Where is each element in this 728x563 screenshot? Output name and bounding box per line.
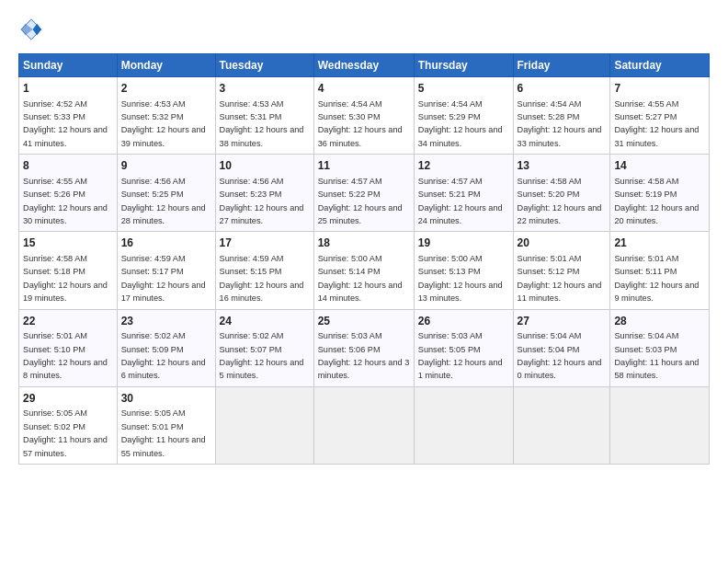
day-info: Sunrise: 5:01 AMSunset: 5:12 PMDaylight:… (518, 254, 602, 303)
calendar-cell: 8Sunrise: 4:55 AMSunset: 5:26 PMDaylight… (19, 155, 118, 232)
day-number: 3 (220, 81, 310, 97)
day-info: Sunrise: 5:05 AMSunset: 5:02 PMDaylight:… (23, 408, 108, 457)
calendar-cell: 11Sunrise: 4:57 AMSunset: 5:22 PMDayligh… (313, 155, 414, 232)
day-info: Sunrise: 4:55 AMSunset: 5:26 PMDaylight:… (23, 177, 108, 225)
day-info: Sunrise: 4:52 AMSunset: 5:33 PMDaylight:… (23, 99, 108, 148)
day-info: Sunrise: 5:05 AMSunset: 5:01 PMDaylight:… (121, 408, 206, 457)
calendar-cell (610, 386, 710, 464)
calendar-table: SundayMondayTuesdayWednesdayThursdayFrid… (18, 53, 710, 465)
calendar-week-row: 8Sunrise: 4:55 AMSunset: 5:26 PMDaylight… (19, 155, 710, 232)
day-number: 23 (121, 314, 211, 329)
day-info: Sunrise: 4:58 AMSunset: 5:19 PMDaylight:… (614, 177, 699, 225)
day-info: Sunrise: 5:00 AMSunset: 5:14 PMDaylight:… (318, 254, 403, 303)
calendar-cell: 13Sunrise: 4:58 AMSunset: 5:20 PMDayligh… (513, 155, 610, 232)
day-info: Sunrise: 4:57 AMSunset: 5:22 PMDaylight:… (318, 177, 403, 225)
calendar-header-wednesday: Wednesday (313, 54, 414, 77)
day-number: 10 (220, 158, 310, 174)
day-number: 12 (418, 158, 509, 174)
day-info: Sunrise: 4:56 AMSunset: 5:25 PMDaylight:… (121, 177, 206, 225)
day-info: Sunrise: 4:54 AMSunset: 5:28 PMDaylight:… (518, 99, 602, 148)
calendar-week-row: 1Sunrise: 4:52 AMSunset: 5:33 PMDaylight… (19, 77, 710, 155)
page-container: SundayMondayTuesdayWednesdayThursdayFrid… (0, 0, 728, 474)
day-number: 28 (614, 314, 705, 329)
day-info: Sunrise: 5:04 AMSunset: 5:04 PMDaylight:… (518, 331, 602, 380)
logo-icon (18, 17, 44, 42)
day-number: 21 (614, 236, 705, 251)
day-info: Sunrise: 4:53 AMSunset: 5:31 PMDaylight:… (220, 99, 304, 148)
calendar-cell: 3Sunrise: 4:53 AMSunset: 5:31 PMDaylight… (215, 77, 313, 155)
day-number: 24 (220, 314, 310, 329)
day-number: 13 (518, 158, 607, 174)
day-number: 7 (614, 81, 705, 97)
calendar-cell: 17Sunrise: 4:59 AMSunset: 5:15 PMDayligh… (215, 232, 313, 309)
day-info: Sunrise: 4:58 AMSunset: 5:18 PMDaylight:… (23, 254, 108, 303)
calendar-cell: 19Sunrise: 5:00 AMSunset: 5:13 PMDayligh… (414, 232, 513, 309)
day-info: Sunrise: 5:04 AMSunset: 5:03 PMDaylight:… (614, 331, 699, 380)
calendar-cell: 14Sunrise: 4:58 AMSunset: 5:19 PMDayligh… (610, 155, 710, 232)
calendar-week-row: 29Sunrise: 5:05 AMSunset: 5:02 PMDayligh… (19, 386, 710, 464)
day-number: 8 (23, 158, 113, 174)
day-number: 2 (121, 81, 211, 97)
day-number: 19 (418, 236, 509, 251)
calendar-cell: 22Sunrise: 5:01 AMSunset: 5:10 PMDayligh… (19, 309, 118, 386)
calendar-cell: 21Sunrise: 5:01 AMSunset: 5:11 PMDayligh… (610, 232, 710, 309)
calendar-cell: 5Sunrise: 4:54 AMSunset: 5:29 PMDaylight… (414, 77, 513, 155)
day-info: Sunrise: 5:01 AMSunset: 5:11 PMDaylight:… (614, 254, 699, 303)
calendar-cell: 2Sunrise: 4:53 AMSunset: 5:32 PMDaylight… (117, 77, 215, 155)
calendar-week-row: 22Sunrise: 5:01 AMSunset: 5:10 PMDayligh… (19, 309, 710, 386)
calendar-cell: 18Sunrise: 5:00 AMSunset: 5:14 PMDayligh… (313, 232, 414, 309)
day-info: Sunrise: 4:57 AMSunset: 5:21 PMDaylight:… (418, 177, 503, 225)
day-number: 1 (23, 81, 113, 97)
calendar-cell: 24Sunrise: 5:02 AMSunset: 5:07 PMDayligh… (215, 309, 313, 386)
calendar-cell: 27Sunrise: 5:04 AMSunset: 5:04 PMDayligh… (513, 309, 610, 386)
day-number: 26 (418, 314, 509, 329)
calendar-cell: 6Sunrise: 4:54 AMSunset: 5:28 PMDaylight… (513, 77, 610, 155)
calendar-cell: 7Sunrise: 4:55 AMSunset: 5:27 PMDaylight… (610, 77, 710, 155)
calendar-cell (414, 386, 513, 464)
day-info: Sunrise: 4:54 AMSunset: 5:29 PMDaylight:… (418, 99, 503, 148)
calendar-cell (313, 386, 414, 464)
calendar-cell: 25Sunrise: 5:03 AMSunset: 5:06 PMDayligh… (313, 309, 414, 386)
day-info: Sunrise: 5:03 AMSunset: 5:05 PMDaylight:… (418, 331, 503, 380)
calendar-cell: 16Sunrise: 4:59 AMSunset: 5:17 PMDayligh… (117, 232, 215, 309)
calendar-header-row: SundayMondayTuesdayWednesdayThursdayFrid… (19, 54, 710, 77)
calendar-cell (513, 386, 610, 464)
calendar-cell: 23Sunrise: 5:02 AMSunset: 5:09 PMDayligh… (117, 309, 215, 386)
day-number: 16 (121, 236, 211, 251)
day-info: Sunrise: 5:02 AMSunset: 5:09 PMDaylight:… (121, 331, 206, 380)
calendar-cell: 29Sunrise: 5:05 AMSunset: 5:02 PMDayligh… (19, 386, 118, 464)
header (18, 17, 710, 42)
day-number: 29 (23, 391, 113, 407)
calendar-header-tuesday: Tuesday (215, 54, 313, 77)
day-number: 4 (318, 81, 410, 97)
day-number: 30 (121, 391, 211, 407)
day-number: 22 (23, 314, 113, 329)
calendar-cell: 1Sunrise: 4:52 AMSunset: 5:33 PMDaylight… (19, 77, 118, 155)
day-number: 18 (318, 236, 410, 251)
calendar-header-friday: Friday (513, 54, 610, 77)
calendar-cell: 10Sunrise: 4:56 AMSunset: 5:23 PMDayligh… (215, 155, 313, 232)
calendar-body: 1Sunrise: 4:52 AMSunset: 5:33 PMDaylight… (19, 77, 710, 465)
day-info: Sunrise: 5:03 AMSunset: 5:06 PMDaylight:… (318, 331, 410, 380)
calendar-header-thursday: Thursday (414, 54, 513, 77)
day-number: 25 (318, 314, 410, 329)
day-info: Sunrise: 4:53 AMSunset: 5:32 PMDaylight:… (121, 99, 206, 148)
calendar-cell (215, 386, 313, 464)
day-info: Sunrise: 4:55 AMSunset: 5:27 PMDaylight:… (614, 99, 699, 148)
day-number: 9 (121, 158, 211, 174)
day-info: Sunrise: 4:56 AMSunset: 5:23 PMDaylight:… (220, 177, 304, 225)
day-info: Sunrise: 4:59 AMSunset: 5:17 PMDaylight:… (121, 254, 206, 303)
calendar-cell: 28Sunrise: 5:04 AMSunset: 5:03 PMDayligh… (610, 309, 710, 386)
calendar-cell: 26Sunrise: 5:03 AMSunset: 5:05 PMDayligh… (414, 309, 513, 386)
day-number: 14 (614, 158, 705, 174)
calendar-header-monday: Monday (117, 54, 215, 77)
day-number: 20 (518, 236, 607, 251)
calendar-header-saturday: Saturday (610, 54, 710, 77)
day-number: 17 (220, 236, 310, 251)
logo (18, 17, 48, 42)
day-number: 6 (518, 81, 607, 97)
day-info: Sunrise: 4:59 AMSunset: 5:15 PMDaylight:… (220, 254, 304, 303)
calendar-cell: 30Sunrise: 5:05 AMSunset: 5:01 PMDayligh… (117, 386, 215, 464)
calendar-cell: 20Sunrise: 5:01 AMSunset: 5:12 PMDayligh… (513, 232, 610, 309)
calendar-cell: 4Sunrise: 4:54 AMSunset: 5:30 PMDaylight… (313, 77, 414, 155)
